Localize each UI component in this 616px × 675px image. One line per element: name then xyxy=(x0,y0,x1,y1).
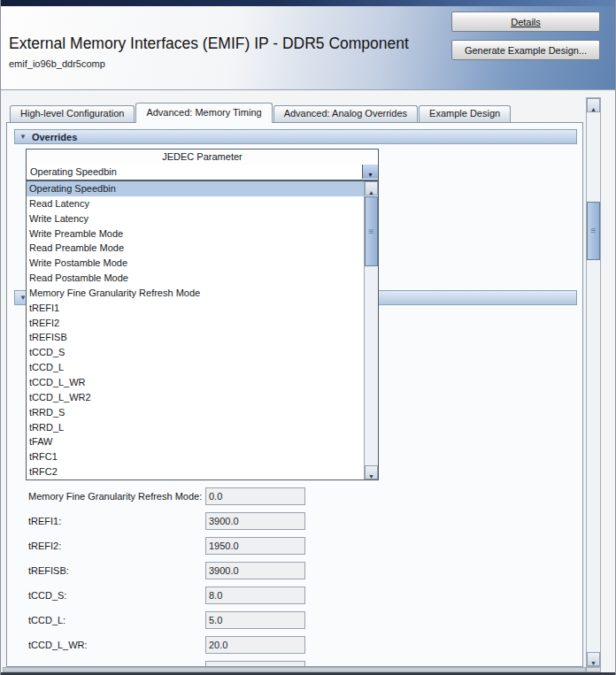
parameter-label: tCCD_S: xyxy=(28,587,66,604)
jedec-parameter-combobox[interactable]: Operating Speedbin ▼ xyxy=(26,165,379,180)
dropdown-item[interactable]: tCCD_L_WR xyxy=(27,375,364,390)
vertical-scrollbar[interactable]: ▲ ≡ ▼ xyxy=(586,97,601,667)
dropdown-item[interactable]: tFAW xyxy=(27,434,364,449)
parameter-value-field[interactable]: 8.0 xyxy=(205,587,305,604)
jedec-parameter-dropdown-list: Operating Speedbin Read Latency Write La… xyxy=(26,180,379,480)
arrow-up-icon: ▲ xyxy=(368,189,374,196)
parameter-row: tREFI1: 3900.0 xyxy=(14,512,527,537)
parameter-label: Memory Fine Granularity Refresh Mode: xyxy=(28,487,202,505)
grip-icon: ≡ xyxy=(366,227,377,236)
parameter-row: Memory Fine Granularity Refresh Mode: 0.… xyxy=(14,487,527,512)
combobox-selected-value: Operating Speedbin xyxy=(30,165,117,180)
tab-content-panel: ▼ Overrides ▼ JEDEC Parameter Operating … xyxy=(6,122,583,667)
overrides-section-title: Overrides xyxy=(32,132,77,142)
dropdown-item[interactable]: Write Latency xyxy=(27,211,364,226)
parameter-value-field[interactable]: 0.0 xyxy=(205,487,305,505)
parameter-row: tREFI2: 1950.0 xyxy=(14,537,527,562)
dropdown-item[interactable]: tRRD_S xyxy=(27,405,364,420)
parameter-value-field-partial[interactable] xyxy=(205,661,305,667)
component-instance-name: emif_io96b_ddr5comp xyxy=(9,58,105,69)
dropdown-scrollbar-thumb[interactable]: ≡ xyxy=(365,196,378,266)
dropdown-item[interactable]: Write Postamble Mode xyxy=(27,256,364,271)
collapse-triangle-icon[interactable]: ▼ xyxy=(19,134,27,141)
dropdown-item[interactable]: tCCD_L_WR2 xyxy=(27,390,364,405)
parameter-row: tREFISB: 3900.0 xyxy=(14,562,527,587)
parameter-value-field[interactable]: 5.0 xyxy=(205,611,305,629)
parameter-value-field[interactable]: 1950.0 xyxy=(205,537,305,555)
tab-example-design[interactable]: Example Design xyxy=(419,105,511,122)
dropdown-scroll-up-button[interactable]: ▲ xyxy=(365,181,378,196)
vertical-scrollbar-thumb[interactable]: ≡ xyxy=(587,202,600,260)
combobox-dropdown-button[interactable]: ▼ xyxy=(362,165,378,179)
dropdown-item[interactable]: Write Preamble Mode xyxy=(27,226,364,242)
dropdown-item[interactable]: Memory Fine Granularity Refresh Mode xyxy=(27,286,364,301)
parameter-value-field[interactable]: 3900.0 xyxy=(205,562,305,579)
chevron-down-icon: ▼ xyxy=(367,172,373,178)
parameter-label: tREFI2: xyxy=(28,537,61,555)
page-title: External Memory Interfaces (EMIF) IP - D… xyxy=(9,35,409,53)
dropdown-item-list: Operating Speedbin Read Latency Write La… xyxy=(27,181,364,479)
jedec-parameter-column-header: JEDEC Parameter xyxy=(26,149,379,165)
tab-bar: High-level Configuration Advanced: Memor… xyxy=(10,103,512,123)
emif-ip-window: External Memory Interfaces (EMIF) IP - D… xyxy=(0,0,616,675)
dropdown-item[interactable]: tRRD_L xyxy=(27,420,364,435)
dropdown-item[interactable]: Read Postamble Mode xyxy=(27,271,364,286)
dropdown-scrollbar[interactable]: ▲ ≡ ▼ xyxy=(364,181,378,479)
tab-advanced-memory-timing[interactable]: Advanced: Memory Timing xyxy=(135,103,272,123)
parameter-value-field[interactable]: 3900.0 xyxy=(205,512,305,530)
window-top-strip xyxy=(1,0,616,6)
tab-advanced-analog-overrides[interactable]: Advanced: Analog Overrides xyxy=(273,105,418,122)
dropdown-item[interactable]: tRFC1 xyxy=(27,449,364,464)
dropdown-item[interactable]: tREFISB xyxy=(27,330,364,345)
dropdown-item[interactable]: tCCD_S xyxy=(27,345,364,360)
arrow-up-icon: ▲ xyxy=(590,106,597,112)
arrow-down-icon: ▼ xyxy=(590,660,597,666)
dropdown-item[interactable]: tRFC2 xyxy=(27,464,364,479)
dropdown-item[interactable]: tCCD_L xyxy=(27,360,364,375)
header-banner: External Memory Interfaces (EMIF) IP - D… xyxy=(1,6,616,90)
parameter-row: tCCD_L: 5.0 xyxy=(14,611,527,636)
grip-icon: ≡ xyxy=(588,226,599,235)
parameter-row: tCCD_L_WR: 20.0 xyxy=(14,636,527,661)
parameter-label: tREFISB: xyxy=(28,562,69,579)
parameter-fields: Memory Fine Granularity Refresh Mode: 0.… xyxy=(14,487,527,661)
dropdown-item[interactable]: tREFI2 xyxy=(27,316,364,331)
dropdown-item[interactable]: Operating Speedbin xyxy=(27,181,364,196)
dropdown-scroll-down-button[interactable]: ▼ xyxy=(365,465,378,479)
parameter-label: tREFI1: xyxy=(28,512,61,530)
details-button[interactable]: Details xyxy=(451,12,600,32)
arrow-down-icon: ▼ xyxy=(368,473,374,479)
dropdown-item[interactable]: Read Latency xyxy=(27,196,364,211)
generate-example-design-button[interactable]: Generate Example Design... xyxy=(451,40,600,60)
parameter-row: tCCD_S: 8.0 xyxy=(14,587,527,611)
parameter-label: tCCD_L: xyxy=(28,611,65,629)
scroll-up-button[interactable]: ▲ xyxy=(587,98,600,112)
parameter-value-field[interactable]: 20.0 xyxy=(205,636,305,654)
tab-high-level-configuration[interactable]: High-level Configuration xyxy=(10,105,135,122)
dropdown-item[interactable]: Read Preamble Mode xyxy=(27,241,364,256)
overrides-section-header[interactable]: ▼ Overrides xyxy=(14,129,577,144)
parameter-label: tCCD_L_WR: xyxy=(28,636,88,654)
dropdown-item[interactable]: tREFI1 xyxy=(27,301,364,316)
scroll-down-button[interactable]: ▼ xyxy=(587,652,600,666)
